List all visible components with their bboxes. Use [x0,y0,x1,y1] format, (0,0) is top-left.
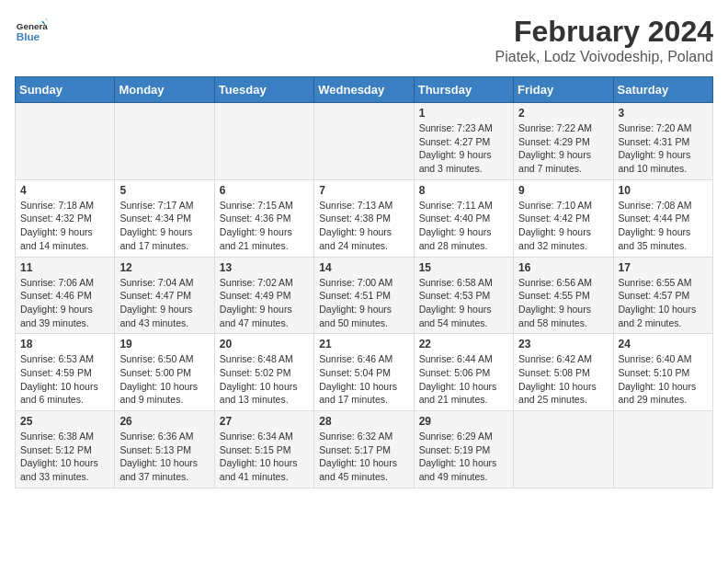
cell-text: Sunrise: 7:20 AM [619,121,708,135]
day-number: 19 [119,338,209,350]
day-number: 18 [20,338,109,350]
cell-text: Sunrise: 7:00 AM [319,276,408,290]
cell-text: Daylight: 9 hours [119,303,209,316]
cell-text: Sunrise: 6:40 AM [619,352,708,366]
cell-text: Sunset: 4:29 PM [518,135,608,149]
cell-text: Sunset: 5:12 PM [20,443,109,457]
cell-text: Daylight: 10 hours [20,456,109,470]
cell-text: Daylight: 10 hours [419,456,508,470]
col-wednesday: Wednesday [314,77,414,103]
cell-text: and 13 minutes. [220,393,309,407]
calendar-title: February 2024 [495,15,714,49]
cell-text: and 10 minutes. [619,162,708,176]
cell-text: Sunrise: 6:38 AM [20,430,109,443]
day-number: 17 [619,261,708,274]
col-saturday: Saturday [613,77,712,103]
calendar-cell [613,411,712,488]
calendar-cell: 2Sunrise: 7:22 AMSunset: 4:29 PMDaylight… [514,103,613,180]
cell-text: and 21 minutes. [220,239,309,253]
cell-text: and 50 minutes. [319,316,408,330]
calendar-cell: 20Sunrise: 6:48 AMSunset: 5:02 PMDayligh… [214,334,313,411]
cell-text: Sunrise: 6:48 AM [220,352,309,366]
cell-text: and 29 minutes. [619,393,708,407]
cell-text: Sunset: 4:59 PM [20,366,109,380]
week-row: 18Sunrise: 6:53 AMSunset: 4:59 PMDayligh… [16,334,713,411]
cell-text: Sunrise: 7:04 AM [119,276,209,290]
calendar-cell: 25Sunrise: 6:38 AMSunset: 5:12 PMDayligh… [16,411,115,488]
day-number: 1 [419,107,508,120]
cell-text: and 35 minutes. [619,239,708,253]
cell-text: Sunrise: 6:56 AM [518,276,608,290]
week-row: 1Sunrise: 7:23 AMSunset: 4:27 PMDaylight… [16,103,713,180]
cell-text: and 32 minutes. [518,239,608,253]
day-number: 8 [419,184,508,197]
cell-text: Sunset: 4:44 PM [619,212,708,225]
cell-text: Sunrise: 6:50 AM [119,352,209,366]
day-number: 4 [20,184,109,197]
day-number: 3 [619,107,708,120]
calendar-cell: 17Sunrise: 6:55 AMSunset: 4:57 PMDayligh… [613,257,712,334]
cell-text: Sunset: 5:08 PM [518,366,608,380]
cell-text: and 17 minutes. [319,393,408,407]
day-number: 2 [518,107,608,120]
cell-text: Sunset: 5:10 PM [619,366,708,380]
calendar-cell: 1Sunrise: 7:23 AMSunset: 4:27 PMDaylight… [414,103,513,180]
cell-text: Sunset: 4:42 PM [518,212,608,225]
calendar-header: Sunday Monday Tuesday Wednesday Thursday… [16,77,713,103]
cell-text: and 7 minutes. [518,162,608,176]
cell-text: and 21 minutes. [419,393,508,407]
cell-text: Sunset: 4:36 PM [220,212,309,225]
cell-text: Sunset: 5:13 PM [119,443,209,457]
cell-text: Daylight: 9 hours [518,225,608,239]
calendar-body: 1Sunrise: 7:23 AMSunset: 4:27 PMDaylight… [16,103,713,488]
cell-text: Daylight: 10 hours [619,380,708,394]
day-number: 21 [319,338,408,350]
cell-text: Daylight: 9 hours [419,225,508,239]
calendar-cell [115,103,214,180]
cell-text: Sunset: 4:49 PM [220,289,309,303]
day-number: 22 [419,338,508,350]
cell-text: Sunset: 4:47 PM [119,289,209,303]
cell-text: and 24 minutes. [319,239,408,253]
calendar-cell: 29Sunrise: 6:29 AMSunset: 5:19 PMDayligh… [414,411,513,488]
day-number: 12 [119,261,209,274]
calendar-cell: 5Sunrise: 7:17 AMSunset: 4:34 PMDaylight… [115,179,214,257]
day-number: 25 [20,415,109,428]
cell-text: Sunrise: 7:22 AM [518,121,608,135]
cell-text: Daylight: 9 hours [619,148,708,162]
cell-text: Daylight: 10 hours [419,380,508,394]
calendar-cell: 18Sunrise: 6:53 AMSunset: 4:59 PMDayligh… [16,334,115,411]
cell-text: Sunrise: 6:46 AM [319,352,408,366]
day-number: 26 [119,415,209,428]
cell-text: Sunrise: 7:17 AM [119,199,209,213]
header-row: Sunday Monday Tuesday Wednesday Thursday… [16,77,713,103]
cell-text: Sunset: 4:31 PM [619,135,708,149]
cell-text: and 58 minutes. [518,316,608,330]
cell-text: and 39 minutes. [20,316,109,330]
cell-text: Daylight: 9 hours [518,148,608,162]
cell-text: Daylight: 10 hours [518,380,608,394]
day-number: 14 [319,261,408,274]
calendar-cell: 26Sunrise: 6:36 AMSunset: 5:13 PMDayligh… [115,411,214,488]
cell-text: and 37 minutes. [119,470,209,484]
calendar-cell [16,103,115,180]
cell-text: and 54 minutes. [419,316,508,330]
day-number: 13 [220,261,309,274]
cell-text: Daylight: 10 hours [619,303,708,316]
day-number: 10 [619,184,708,197]
cell-text: Sunrise: 6:53 AM [20,352,109,366]
calendar-cell: 14Sunrise: 7:00 AMSunset: 4:51 PMDayligh… [314,257,414,334]
calendar-cell: 21Sunrise: 6:46 AMSunset: 5:04 PMDayligh… [314,334,414,411]
calendar-cell: 4Sunrise: 7:18 AMSunset: 4:32 PMDaylight… [16,179,115,257]
cell-text: Sunrise: 7:18 AM [20,199,109,213]
cell-text: and 3 minutes. [419,162,508,176]
calendar-cell: 13Sunrise: 7:02 AMSunset: 4:49 PMDayligh… [214,257,313,334]
day-number: 20 [220,338,309,350]
cell-text: Daylight: 9 hours [619,225,708,239]
cell-text: and 6 minutes. [20,393,109,407]
cell-text: Sunrise: 7:23 AM [419,121,508,135]
calendar-cell: 3Sunrise: 7:20 AMSunset: 4:31 PMDaylight… [613,103,712,180]
day-number: 5 [119,184,209,197]
calendar-cell: 16Sunrise: 6:56 AMSunset: 4:55 PMDayligh… [514,257,613,334]
calendar-cell: 12Sunrise: 7:04 AMSunset: 4:47 PMDayligh… [115,257,214,334]
